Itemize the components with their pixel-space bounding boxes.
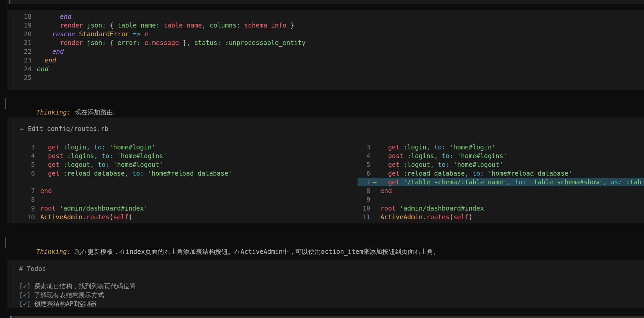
line-number: 21 <box>15 38 32 47</box>
code-token: columns <box>210 21 236 29</box>
code-token: as: <box>610 178 622 186</box>
diff-add-marker: + <box>373 178 380 186</box>
code-token: , <box>202 21 206 29</box>
line-number: 22 <box>15 47 32 56</box>
code-text: rescue StandardError => e <box>37 30 644 38</box>
code-token: error <box>117 39 137 46</box>
diff-row: 89 <box>7 195 644 204</box>
code-token: render <box>60 39 83 46</box>
code-token <box>59 170 63 177</box>
diff-line-number-new: 6 <box>346 169 370 178</box>
code-token: : <box>102 39 106 46</box>
diff-line-number-new: 3 <box>346 143 370 151</box>
code-token <box>113 152 117 160</box>
diff-line-number-old: 7 <box>11 186 35 195</box>
code-token: to: <box>434 143 445 151</box>
code-token: 'home#reload_database' <box>148 170 232 177</box>
todo-checkbox-checked: [✓] <box>19 282 31 290</box>
code-token: render <box>60 21 83 29</box>
thinking-line: Thinking:现在更新模板，在index页面的右上角添加表结构按钮。在Act… <box>21 238 440 247</box>
code-output-block: 18 end19 render json: { table_name: tabl… <box>7 10 644 90</box>
diff-code-new: end <box>380 186 644 195</box>
code-token: , <box>90 161 94 168</box>
diff-line-number-new: 9 <box>346 195 370 204</box>
code-token: end <box>60 13 71 20</box>
code-token <box>399 143 403 151</box>
code-token: get <box>48 143 59 151</box>
code-token <box>40 170 48 177</box>
code-token: routes <box>426 213 449 221</box>
code-token: status <box>194 39 217 46</box>
code-token: :logout <box>63 161 90 168</box>
diff-code-new: get :reload_database, to: 'home#reload_d… <box>380 169 644 178</box>
code-token: . <box>423 213 426 221</box>
code-token: get <box>48 161 59 168</box>
code-token: StandardError <box>79 30 129 38</box>
code-token: ( <box>449 213 453 221</box>
code-token: to: <box>94 143 105 151</box>
code-token: get <box>388 161 399 168</box>
code-token: , <box>86 143 90 151</box>
code-token: :reload_database <box>63 170 125 177</box>
code-token <box>240 21 244 29</box>
code-token <box>221 39 225 46</box>
code-token: 'table_schema#show' <box>530 178 603 186</box>
code-token <box>40 143 48 151</box>
diff-code-new: root 'admin/dashboard#index' <box>380 204 644 213</box>
code-token: to: <box>473 170 484 177</box>
code-token: root <box>40 205 56 212</box>
code-token <box>453 152 457 160</box>
code-text: end <box>37 56 644 64</box>
code-token <box>449 161 453 168</box>
thinking-text: 现在添加路由。 <box>75 108 119 116</box>
code-text: render json: { error: e.message }, statu… <box>37 38 644 47</box>
diff-row: 6 get :reload_database, to: 'home#reload… <box>7 169 644 178</box>
todo-label: 了解现有表结构展示方式 <box>34 291 104 299</box>
code-token <box>94 161 98 168</box>
todo-checkbox-checked: [✓] <box>19 291 31 299</box>
diff-row: 4 post :logins, to: 'home#logins'4 post … <box>7 151 644 160</box>
diff-code-old: ActiveAdmin.routes(self) <box>40 213 349 221</box>
code-token: self <box>453 213 469 221</box>
code-token: ActiveAdmin <box>380 213 423 221</box>
code-text: end <box>37 12 644 21</box>
code-token <box>438 152 442 160</box>
code-token: ) <box>469 213 472 221</box>
code-token: 'home#login' <box>449 143 495 151</box>
code-token: . <box>148 39 152 46</box>
todos-header: # Todos <box>19 264 644 273</box>
code-token: get <box>388 170 399 177</box>
thinking-indicator-bar <box>5 237 6 248</box>
code-token <box>106 143 109 151</box>
code-token: } <box>179 39 186 46</box>
code-token <box>59 161 63 168</box>
edit-diff-block: ← Edit config/routes.rb 3 get :login, to… <box>7 118 644 223</box>
code-token <box>399 178 403 186</box>
code-token: , <box>94 152 98 160</box>
code-token: ( <box>109 213 113 221</box>
code-token: : <box>102 21 106 29</box>
code-token <box>430 143 434 151</box>
code-token <box>37 21 60 29</box>
code-token <box>160 21 163 29</box>
thinking-indicator-bar <box>5 98 6 109</box>
code-token: get <box>388 178 399 186</box>
code-token: to: <box>442 152 453 160</box>
code-token <box>144 170 148 177</box>
code-token: , <box>603 178 607 186</box>
diff-line-number-new: 7 <box>346 178 370 186</box>
code-text: end <box>37 64 644 73</box>
code-token <box>63 152 67 160</box>
code-token: 'home#logout' <box>453 161 503 168</box>
code-token: post <box>388 152 404 160</box>
diff-line-number-old: 3 <box>11 143 35 151</box>
code-token <box>469 170 472 177</box>
code-token: , <box>430 161 434 168</box>
code-line: 24end <box>7 64 644 73</box>
code-token: : <box>236 21 240 29</box>
code-token: :unprocessable_entity <box>225 39 306 46</box>
code-token: 'home#reload_database' <box>488 170 572 177</box>
todo-item: [✓]了解现有表结构展示方式 <box>19 290 644 299</box>
diff-row: 7end8end <box>7 186 644 195</box>
code-token <box>75 30 79 38</box>
